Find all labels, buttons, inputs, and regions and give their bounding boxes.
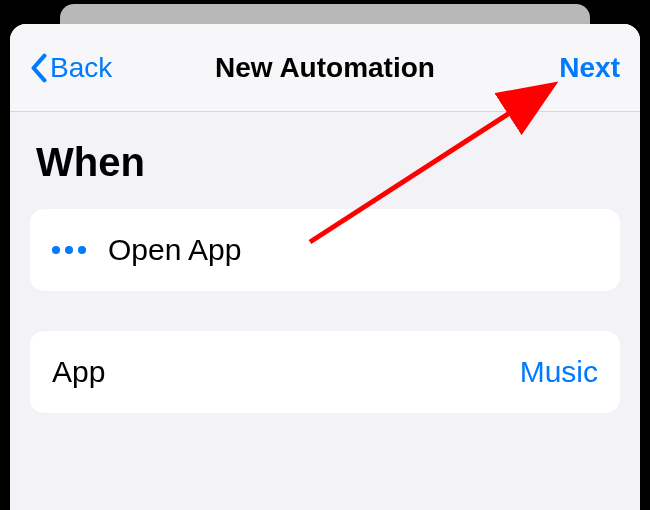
page-title: New Automation	[215, 52, 435, 84]
app-label: App	[52, 355, 105, 389]
app-value: Music	[520, 355, 598, 389]
back-label: Back	[50, 52, 112, 84]
trigger-label: Open App	[108, 233, 241, 267]
modal-sheet: Back New Automation Next When Open App A…	[10, 24, 640, 510]
section-heading: When	[30, 140, 620, 185]
next-button[interactable]: Next	[559, 52, 620, 84]
trigger-card[interactable]: Open App	[30, 209, 620, 291]
navigation-bar: Back New Automation Next	[10, 24, 640, 112]
chevron-left-icon	[30, 53, 48, 83]
app-selector-card[interactable]: App Music	[30, 331, 620, 413]
back-button[interactable]: Back	[30, 52, 112, 84]
more-icon	[52, 246, 86, 254]
content-area: When Open App App Music	[10, 112, 640, 413]
